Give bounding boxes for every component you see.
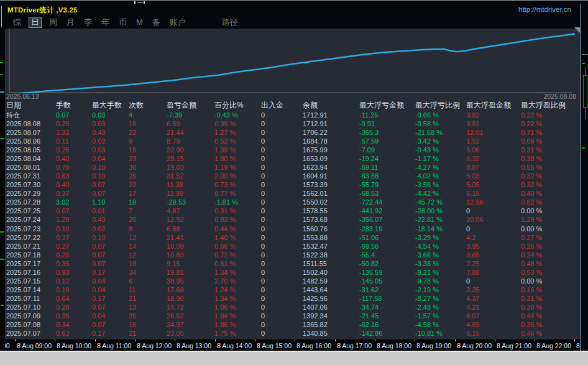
cell-date: 2025.08.01 (6, 163, 40, 172)
table-row[interactable]: 2025.07.10 0.28 0.07 13 14.72 1.06 % 0 1… (5, 303, 580, 312)
cell-pnl-amount: 8.79 (167, 137, 180, 146)
time-axis-label: 8 Aug 20:00 (457, 342, 492, 349)
panel-url-link[interactable]: http://mtdriver.cn (518, 6, 571, 13)
cell-max-float-loss: -34.74 (359, 303, 379, 312)
cell-max-float-profit: 20.06 (466, 215, 484, 224)
cell-max-float-loss-pct: -3.56 % (415, 180, 439, 189)
tab-item[interactable]: 币 (117, 17, 129, 27)
tab-item[interactable]: 路径 (220, 17, 240, 27)
cell-pnl-amount: 17.68 (167, 285, 184, 294)
cell-max-float-profit: 6.15 (466, 329, 479, 338)
cell-max-float-profit: 6.32 (466, 154, 479, 163)
cell-max-float-profit-pct: 0.00 % (521, 224, 542, 233)
time-axis-label: 8 Aug 17:00 (337, 342, 372, 349)
table-row[interactable]: 2025.07.11 0.64 0.17 21 18.90 1.34 % 0 1… (5, 294, 580, 303)
table-row[interactable]: 2025.07.14 0.19 0.04 11 17.68 1.24 % 0 1… (5, 285, 580, 294)
cell-pnl-percent: 0.83 % (214, 215, 236, 224)
cell-cashflow: 0 (261, 242, 265, 251)
time-axis-tick (574, 340, 575, 341)
table-row[interactable]: 2025.07.31 0.63 0.10 26 31.52 2.00 % 0 1… (5, 172, 580, 180)
cell-max-float-profit-pct: 0.35 % (521, 320, 542, 329)
table-row[interactable]: 2025.08.04 0.40 0.04 23 29.15 1.80 % 0 1… (5, 154, 580, 163)
cell-max-float-profit: 5.05 (466, 180, 479, 189)
tab-item[interactable]: 月 (65, 17, 76, 27)
table-row[interactable]: 2025.07.22 0.37 0.10 12 21.41 1.40 % 0 1… (5, 233, 580, 242)
cell-pnl-amount: 22.90 (167, 146, 184, 154)
cell-balance: 1573.68 (303, 215, 328, 224)
cell-pnl-percent: 1.80 % (214, 154, 236, 163)
cell-max-float-loss-pct: -2.48 % (415, 303, 439, 312)
tab-item[interactable]: 年 (99, 17, 111, 27)
cell-max-float-loss: -63.88 (359, 172, 379, 180)
cell-balance: 1443.64 (303, 285, 328, 294)
table-row[interactable]: 2025.07.16 0.93 0.17 34 19.81 1.34 % 0 1… (5, 268, 580, 277)
table-row[interactable]: 2025.08.01 0.75 0.10 30 19.03 1.19 % 0 1… (5, 163, 580, 172)
cell-date: 2025.07.21 (6, 242, 40, 251)
table-row[interactable]: 2025.08.08 0.25 0.03 16 6.69 0.39 % 0 17… (5, 119, 580, 128)
cell-pnl-percent: 0.77 % (214, 189, 236, 198)
cell-max-float-profit-pct: 0.32 % (521, 172, 542, 180)
cell-trade-count: 22 (129, 128, 136, 137)
tab-item[interactable]: 备 (150, 17, 162, 27)
cell-lots: 0.25 (56, 251, 69, 259)
cell-trade-count: 14 (129, 242, 136, 251)
cell-max-float-profit: 7.25 (466, 259, 479, 268)
cell-lots: 0.40 (56, 154, 69, 163)
cell-trade-count: 26 (129, 172, 136, 180)
table-row[interactable]: 2025.07.17 0.35 0.07 18 9.15 0.61 % 0 15… (5, 259, 580, 268)
cell-balance: 1578.55 (303, 206, 328, 215)
tab-item[interactable]: 季 (82, 17, 94, 27)
table-row[interactable]: 2025.07.09 0.35 0.04 20 26.52 1.94 % 0 1… (5, 312, 580, 320)
cell-pnl-percent: -1.81 % (214, 198, 238, 206)
table-row[interactable]: 持仓 0.07 0.03 4 -7.39 -0.43 % 0 1712.91 -… (5, 111, 580, 119)
cell-lots: 0.25 (56, 146, 69, 154)
table-row[interactable]: 2025.07.21 0.27 0.07 14 10.09 0.66 % 0 1… (5, 242, 580, 251)
table-row[interactable]: 2025.07.24 1.29 0.43 20 12.92 0.83 % 0 1… (5, 215, 580, 224)
table-row[interactable]: 2025.07.30 0.40 0.07 22 11.38 0.73 % 0 1… (5, 180, 580, 189)
table-row[interactable]: 2025.08.05 0.25 0.03 15 22.90 1.39 % 0 1… (5, 146, 580, 154)
cell-pnl-amount: 23.05 (167, 329, 184, 338)
table-row[interactable]: 2025.07.29 0.37 0.07 17 11.99 0.77 % 0 1… (5, 189, 580, 198)
cell-max-float-profit-pct: 0.00 % (521, 206, 542, 215)
table-row[interactable]: 2025.07.23 0.10 0.02 8 6.88 0.44 % 0 156… (5, 224, 580, 233)
cell-max-lots: 0.01 (92, 206, 105, 215)
tab-item[interactable]: 日 (29, 17, 42, 28)
cell-date: 2025.07.17 (6, 259, 40, 268)
tab-item[interactable]: 周 (47, 17, 59, 27)
cell-trade-count: 17 (129, 189, 136, 198)
table-row[interactable]: 2025.07.28 3.02 1.10 18 -28.53 -1.81 % 0… (5, 198, 580, 206)
cell-date: 2025.07.31 (6, 172, 40, 180)
tab-item[interactable]: 账户 (168, 17, 188, 27)
time-axis-tick (375, 340, 375, 341)
table-row[interactable]: 2025.08.07 1.32 0.43 22 21.44 1.27 % 0 1… (5, 128, 580, 137)
table-row[interactable]: 2025.07.07 0.63 0.17 21 23.05 1.75 % 0 1… (5, 329, 580, 338)
cell-max-float-loss-pct: -21.68 % (415, 128, 443, 137)
cell-pnl-amount: 38.95 (167, 277, 184, 285)
time-axis-tick (295, 340, 295, 341)
cell-balance: 1340.85 (303, 329, 328, 338)
cell-max-float-loss: -441.92 (359, 206, 382, 215)
table-row[interactable]: 2025.07.08 0.34 0.07 16 24.97 1.86 % 0 1… (5, 320, 580, 329)
cell-trade-count: 4 (129, 111, 132, 119)
cell-balance: 1425.96 (303, 294, 328, 303)
time-axis-label: 8 Aug 11:00 (97, 342, 131, 349)
cell-trade-count: 34 (129, 268, 136, 277)
table-row[interactable]: 2025.07.15 0.12 0.04 6 38.95 2.70 % 0 14… (5, 277, 580, 285)
cell-balance: 1706.22 (303, 128, 328, 137)
cell-balance: 1712.91 (303, 111, 328, 119)
cell-max-float-profit-pct: 1.29 % (521, 215, 542, 224)
cell-trade-count: 9 (129, 137, 132, 146)
candle-fragment (0, 74, 3, 75)
cell-max-lots: 0.17 (92, 268, 105, 277)
cell-pnl-percent: 0.31 % (214, 206, 236, 215)
cell-max-float-profit: 5.03 (466, 172, 479, 180)
table-row[interactable]: 2025.07.18 0.25 0.07 12 10.83 0.72 % 0 1… (5, 251, 580, 259)
table-row[interactable]: 2025.08.06 0.11 0.02 9 8.79 0.52 % 0 168… (5, 137, 580, 146)
panel-title-bar[interactable]: MTDriver统计 ,V3.25 http://mtdriver.cn (5, 4, 580, 16)
cell-date: 2025.07.22 (6, 233, 40, 242)
tab-item[interactable]: M (134, 17, 145, 27)
panel-resize-handle[interactable] (574, 27, 580, 33)
cell-max-float-profit-pct: 0.00 % (521, 277, 542, 285)
table-row[interactable]: 2025.07.25 0.07 0.01 7 4.87 0.31 % 0 157… (5, 206, 580, 215)
tab-item[interactable]: 综 (11, 17, 23, 27)
